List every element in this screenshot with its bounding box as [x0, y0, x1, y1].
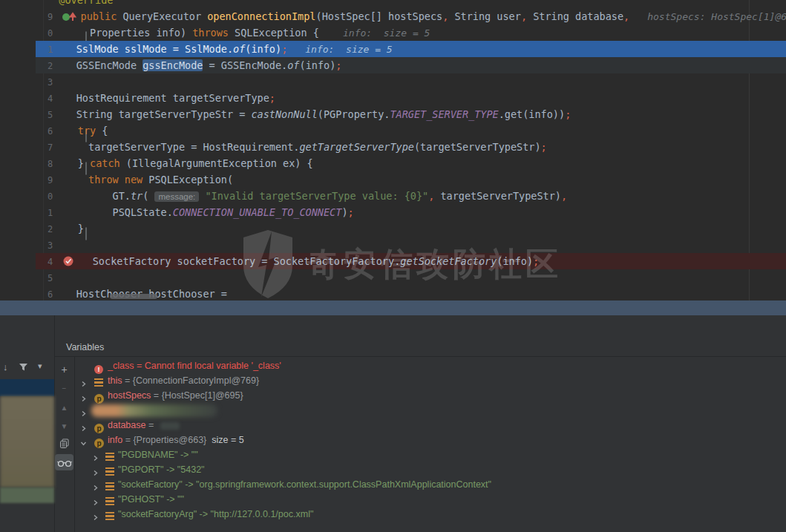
code-line[interactable]: 5 String targetServerTypeStr = castNonNu…: [0, 106, 786, 122]
variable-text: "PGDBNAME" -> "": [118, 450, 198, 460]
code-token: {: [96, 125, 108, 137]
code-token: PSQLException(: [143, 174, 233, 185]
code-token: SslMode sslMode = SslMode.: [52, 43, 233, 55]
chevron-down-icon[interactable]: ▾: [38, 361, 42, 371]
code-line[interactable]: 3: [0, 73, 786, 90]
code-line[interactable]: 3: [0, 237, 786, 253]
variable-text: {Properties@663}: [133, 435, 206, 445]
line-number[interactable]: 3: [48, 240, 53, 251]
code-line[interactable]: 5: [0, 269, 786, 286]
code-token: [68, 10, 80, 22]
variable-row-socketFactoryArg[interactable]: "socketFactoryArg" -> "http://127.0.0.1/…: [75, 507, 786, 522]
expand-chevron-icon[interactable]: [80, 436, 87, 443]
code-line[interactable]: 0 Properties info) throws SQLException {…: [0, 24, 786, 41]
expand-chevron-icon[interactable]: [80, 392, 87, 398]
variables-side-toolbar: +−▲▼: [54, 357, 74, 532]
remove-button[interactable]: −: [54, 381, 74, 396]
inline-debugger-hint: info: size = 5: [305, 44, 392, 55]
code-token: (info): [245, 43, 281, 55]
line-number[interactable]: 9: [48, 12, 53, 22]
variable-row-PGPORT[interactable]: "PGPORT" -> "5432": [75, 462, 786, 477]
expand-chevron-icon[interactable]: [92, 466, 99, 473]
code-line[interactable]: 0 GT.tr( message: "Invalid targetServerT…: [0, 188, 786, 204]
code-line[interactable]: 8 } catch (IllegalArgumentException ex) …: [0, 155, 786, 171]
code-line[interactable]: 2 }: [0, 220, 786, 237]
variable-row-_class[interactable]: !_class = Cannot find local variable '_c…: [75, 358, 786, 373]
variable-row-this[interactable]: this = {ConnectionFactoryImpl@769}: [75, 373, 786, 388]
code-line[interactable]: 2 GSSEncMode gssEncMode = GSSEncMode.of(…: [0, 57, 786, 73]
variable-row-PGHOST[interactable]: "PGHOST" -> "": [75, 492, 786, 507]
line-number[interactable]: 8: [48, 159, 53, 169]
ide-debug-screen: @Override9 public QueryExecutor openConn…: [0, 0, 786, 532]
code-token: ;: [281, 43, 287, 55]
code-token: Properties info): [53, 27, 192, 39]
code-token: (HostSpec[] hostSpecs: [316, 10, 443, 22]
variable-text: {HostSpec[1]@695}: [162, 390, 243, 401]
frames-toolbar: ↓▾: [0, 360, 54, 376]
variable-row-hostSpecs[interactable]: phostSpecs = {HostSpec[1]@695}: [75, 388, 786, 403]
code-token: [119, 174, 125, 185]
variable-text: =: [151, 390, 161, 401]
code-token: GSSEncMode: [52, 59, 143, 71]
move-down-button[interactable]: ▼: [54, 419, 74, 434]
code-token: "Invalid targetServerType value: {0}": [205, 190, 428, 202]
expand-chevron-icon[interactable]: [92, 510, 99, 517]
code-line[interactable]: @Override: [0, 0, 786, 8]
code-token: (targetServerTypeStr): [414, 141, 541, 153]
variable-row-info[interactable]: pinfo = {Properties@663} size = 5: [75, 433, 786, 447]
code-token: ;: [348, 206, 354, 218]
sort-descending-icon[interactable]: ↓: [3, 361, 8, 372]
code-line[interactable]: 4 HostRequirement targetServerType;: [0, 90, 786, 106]
code-token: try: [78, 125, 96, 137]
line-number[interactable]: 5: [48, 273, 53, 283]
variable-text: "socketFactoryArg" -> "http://127.0.0.1/…: [118, 509, 313, 519]
code-line[interactable]: 9 public QueryExecutor openConnectionImp…: [0, 8, 786, 24]
line-number[interactable]: 2: [48, 224, 53, 234]
code-token: = GSSEncMode.: [203, 59, 287, 71]
variables-tree: !_class = Cannot find local variable '_c…: [75, 358, 786, 532]
code-line[interactable]: 1 SslMode sslMode = SslMode.of(info);inf…: [0, 41, 786, 57]
line-number[interactable]: 0: [48, 28, 53, 39]
code-token: SocketFactory socketFactory = SocketFact…: [68, 255, 400, 267]
code-token: TARGET_SERVER_TYPE: [390, 108, 498, 120]
line-number[interactable]: 3: [48, 77, 53, 88]
code-line[interactable]: 9 throw new PSQLException(: [0, 171, 786, 188]
code-line[interactable]: 6 try {: [0, 122, 786, 139]
code-line[interactable]: 7 targetServerType = HostRequirement.get…: [0, 139, 786, 155]
variable-row-socketFactory[interactable]: "socketFactory" -> "org.springframework.…: [75, 477, 786, 492]
expand-chevron-icon[interactable]: [92, 496, 99, 502]
show-watches-button[interactable]: [54, 456, 74, 471]
expand-chevron-icon[interactable]: [80, 377, 87, 384]
frames-pane[interactable]: ↓▾: [0, 315, 54, 532]
line-number[interactable]: 6: [48, 126, 53, 137]
code-line[interactable]: 4 SocketFactory socketFactory = SocketFa…: [0, 253, 786, 269]
code-editor[interactable]: @Override9 public QueryExecutor openConn…: [0, 0, 786, 301]
add-button[interactable]: +: [54, 362, 74, 377]
code-token: (: [143, 190, 154, 202]
code-token: openConnectionImpl: [207, 10, 315, 22]
code-token: throws: [192, 27, 229, 39]
variable-row-PGDBNAME[interactable]: "PGDBNAME" -> "": [75, 447, 786, 462]
horizontal-scrollbar-thumb[interactable]: [110, 294, 157, 299]
code-token: ;: [335, 59, 341, 71]
variable-text: _class: [108, 361, 134, 371]
variable-text: =: [122, 435, 133, 445]
selected-frame-row[interactable]: [0, 379, 54, 396]
code-token: .get(info)): [499, 108, 565, 120]
filter-icon[interactable]: [19, 361, 28, 375]
line-number[interactable]: 4: [48, 257, 53, 267]
expand-chevron-icon[interactable]: [92, 451, 99, 458]
variable-row-database[interactable]: pdatabase =: [75, 418, 786, 433]
code-token: of: [233, 43, 245, 55]
duplicate-button[interactable]: [54, 438, 74, 453]
expand-chevron-icon[interactable]: [92, 481, 99, 487]
variable-row-redacted-variable[interactable]: [75, 403, 786, 418]
code-line[interactable]: 1 PSQLState.CONNECTION_UNABLE_TO_CONNECT…: [0, 204, 786, 220]
code-token: }: [53, 223, 84, 234]
variable-text: this: [108, 375, 122, 386]
code-token: gssEncMode: [143, 59, 203, 71]
move-up-button[interactable]: ▲: [54, 401, 74, 416]
map-entry-icon: [105, 510, 114, 525]
expand-chevron-icon[interactable]: [80, 407, 87, 413]
expand-chevron-icon[interactable]: [80, 421, 87, 428]
